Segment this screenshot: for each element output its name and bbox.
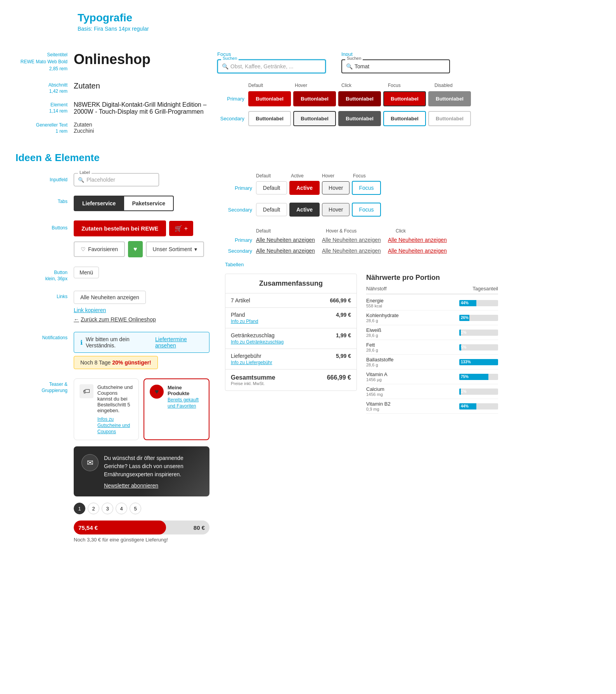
btn-secondary-hover[interactable]: Buttonlabel xyxy=(293,111,336,126)
general-text-2: Zucchini xyxy=(74,128,209,134)
btn-primary-focus[interactable]: Buttonlabel xyxy=(383,91,426,106)
summary-subtitle-row: 7 Artikel 666,99 € xyxy=(225,293,356,308)
chevron-down-icon: ▾ xyxy=(194,246,197,252)
search-input-value[interactable]: Tomat xyxy=(355,63,369,69)
teaser1-text: Gutscheine und Coupons kannst du bei Bes… xyxy=(97,384,133,413)
input-placeholder-text: Placeholder xyxy=(87,177,115,183)
tab-lieferservice[interactable]: Lieferservice xyxy=(74,196,124,211)
pfand-info-link[interactable]: Info zu Pfand xyxy=(231,319,258,324)
link-back[interactable]: ← Zurück zum REWE Onlineshop xyxy=(74,316,156,323)
seitentitel-label: SeitentitelREWE Mato Web Bold2,85 rem xyxy=(21,52,67,71)
nutrition-row-2: Eiweiß28,6 g1% xyxy=(366,325,498,340)
col-header-default: Default xyxy=(248,83,295,88)
tab-focus-primary[interactable]: Focus xyxy=(352,181,381,195)
link-copy[interactable]: Link kopieren xyxy=(74,307,209,313)
search-placeholder: Obst, Kaffee, Getränke, ... xyxy=(230,63,293,69)
link-col-hover: Hover & Focus xyxy=(326,228,396,234)
btn-secondary-default[interactable]: Buttonlabel xyxy=(248,111,291,126)
btn-fav-filled[interactable]: ♥ xyxy=(128,241,143,257)
arrow-left-icon: ← xyxy=(74,316,79,323)
newsletter-icon: ✉ xyxy=(81,454,99,471)
btn-secondary-click[interactable]: Buttonlabel xyxy=(338,111,381,126)
teaser1-link[interactable]: Infos zu Gutscheine und Coupons xyxy=(97,416,130,434)
btn-primary-click[interactable]: Buttonlabel xyxy=(338,91,381,106)
pagination: 1 2 3 4 5 xyxy=(74,503,209,514)
genereller-text-label: Genereller Text1 rem xyxy=(36,122,67,134)
page-btn-5[interactable]: 5 xyxy=(130,503,141,514)
tab-active-primary[interactable]: Active xyxy=(289,181,320,195)
general-text-1: Zutaten xyxy=(74,121,209,128)
link-hover-secondary[interactable]: Alle Neuheiten anzeigen xyxy=(322,248,388,254)
btn-secondary-disabled: Buttonlabel xyxy=(428,111,471,126)
nutrition-row-1: Kohlenhydrate28,6 g26% xyxy=(366,311,498,325)
notif-info-text: Wir bitten um dein Verständnis. xyxy=(86,336,152,349)
notif-link[interactable]: Liefertermine ansehen xyxy=(155,336,203,349)
tab-secondary-row-label: Secondary xyxy=(225,207,256,213)
btn-secondary-focus[interactable]: Buttonlabel xyxy=(383,111,426,126)
page-btn-2[interactable]: 2 xyxy=(88,503,99,514)
link-col-click: Click xyxy=(396,228,465,234)
input-float-label: Label xyxy=(78,170,92,175)
tab-default-secondary[interactable]: Default xyxy=(256,203,287,216)
btn-order[interactable]: Zutaten bestellen bei REWE xyxy=(74,220,166,236)
summary-row-0: Pfand Info zu Pfand 4,99 € xyxy=(225,308,356,328)
getraenke-info-link[interactable]: Info zu Getränkezuschlag xyxy=(231,339,284,345)
link-all-news-btn[interactable]: Alle Neuheiten anzeigen xyxy=(74,291,146,304)
ideas-title: Ideen & Elemente xyxy=(16,152,600,164)
summary-title: Zusammenfassung xyxy=(225,274,356,293)
btn-sortiment[interactable]: Unser Sortiment ▾ xyxy=(146,241,204,257)
secondary-row-label: Secondary xyxy=(217,116,248,121)
btn-cart-icon[interactable]: 🛒 + xyxy=(169,221,193,236)
btn-primary-hover[interactable]: Buttonlabel xyxy=(293,91,336,106)
btn-fav[interactable]: ♡ Favorisieren xyxy=(74,241,125,257)
tab-focus-secondary[interactable]: Focus xyxy=(352,203,381,217)
typography-title: Typografie xyxy=(78,12,600,24)
link-click-primary[interactable]: Alle Neuheiten anzeigen xyxy=(388,237,454,243)
page-btn-3[interactable]: 3 xyxy=(102,503,113,514)
nutrition-row-3: Fett28,6 g5% xyxy=(366,340,498,355)
tab-default-primary[interactable]: Default xyxy=(256,181,287,194)
teaser1-icon: 🏷 xyxy=(80,384,93,398)
tab-active-secondary[interactable]: Active xyxy=(289,203,320,217)
search-float-label: Suchen xyxy=(221,56,239,61)
link-default-secondary[interactable]: Alle Neuheiten anzeigen xyxy=(256,248,322,254)
progress-subtitle: Noch 3,30 € für eine günstigere Lieferun… xyxy=(74,537,209,543)
teaser2-subtitle[interactable]: Bereits gekauft und Favoriten xyxy=(168,397,199,409)
abschnitt-label: Abschnitt1,42 rem xyxy=(48,82,67,94)
link-click-secondary[interactable]: Alle Neuheiten anzeigen xyxy=(388,248,454,254)
nutrition-table: Nährwerte pro Portion Nährstoff Tagesant… xyxy=(366,274,498,414)
btn-primary-default[interactable]: Buttonlabel xyxy=(248,91,291,106)
teaser2-title: Meine Produkte xyxy=(168,385,203,396)
link-default-primary[interactable]: Alle Neuheiten anzeigen xyxy=(256,237,322,243)
input-field-demo[interactable]: Label 🔍 Placeholder xyxy=(74,173,159,186)
link-primary-row-label: Primary xyxy=(225,237,256,243)
page: Typografie Basis: Fira Sans 14px regular… xyxy=(0,0,616,694)
nutrition-rows: Energie558 kcal44%Kohlenhydrate28,6 g26%… xyxy=(366,296,498,414)
tables-label: Tabellen xyxy=(225,262,600,267)
newsletter-btn[interactable]: Newsletter abonnieren xyxy=(104,482,158,489)
tab-hover-primary[interactable]: Hover xyxy=(322,181,350,194)
teaser-card-2: ♥ Meine Produkte Bereits gekauft und Fav… xyxy=(144,378,209,440)
tab-paketservice[interactable]: Paketservice xyxy=(124,196,174,211)
notifications-label: Notifications xyxy=(42,335,67,340)
page-btn-1[interactable]: 1 xyxy=(74,503,85,514)
tab-hover-secondary[interactable]: Hover xyxy=(322,203,350,216)
nutrition-row-7: Vitamin B20,9 mg44% xyxy=(366,399,498,414)
tab-states-secondary: Secondary Default Active Hover Focus xyxy=(225,203,600,217)
link-states-section: Default Hover & Focus Click Primary Alle… xyxy=(225,228,600,254)
btn-menu[interactable]: Menü xyxy=(74,267,99,278)
nutrition-col1: Nährstoff xyxy=(366,286,387,291)
summary-table: Zusammenfassung 7 Artikel 666,99 € Pfand… xyxy=(225,274,357,391)
teaser-card-1: 🏷 Gutscheine und Coupons kannst du bei B… xyxy=(74,378,139,440)
info-icon: ℹ xyxy=(80,339,83,346)
primary-row-label: Primary xyxy=(217,96,248,102)
link-hover-primary[interactable]: Alle Neuheiten anzeigen xyxy=(322,237,388,243)
notif-sale-text: Noch 8 Tage xyxy=(80,359,111,366)
tabs-label: Tabs xyxy=(58,199,67,204)
search-focus-wrap: Suchen 🔍 Obst, Kaffee, Getränke, ... xyxy=(217,59,326,73)
page-btn-4[interactable]: 4 xyxy=(116,503,127,514)
progress-target: 80 € xyxy=(194,524,205,531)
col-header-hover: Hover xyxy=(295,83,341,88)
btn-primary-disabled: Buttonlabel xyxy=(428,91,471,106)
liefergebühr-info-link[interactable]: Info zu Liefergebühr xyxy=(231,360,272,365)
